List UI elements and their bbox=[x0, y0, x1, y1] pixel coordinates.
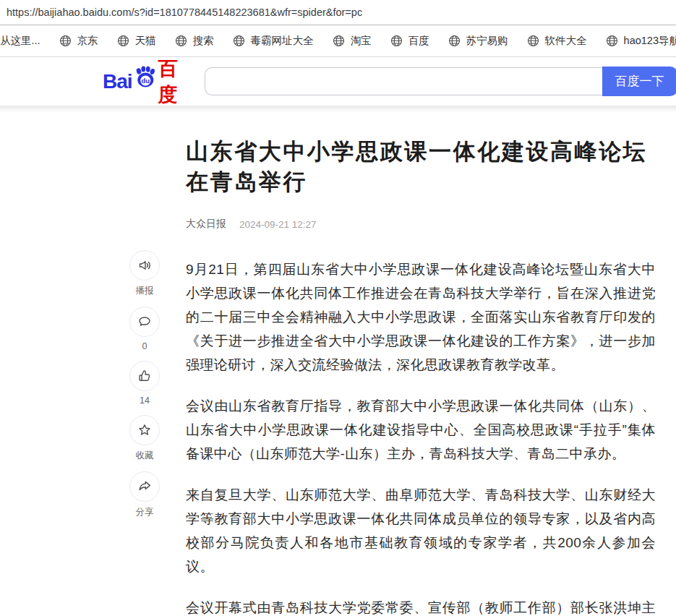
thumbs-up-icon[interactable] bbox=[129, 361, 160, 391]
bookmark-label: 苏宁易购 bbox=[466, 34, 508, 48]
byline: 大众日报 2024-09-21 12:27 bbox=[186, 218, 656, 231]
rail-label: 14 bbox=[140, 395, 150, 406]
rail-item-favorite: 收藏 bbox=[129, 415, 161, 462]
action-rail: 播报 0 14 收藏 分享 bbox=[129, 250, 161, 528]
rail-item-likes: 14 bbox=[129, 361, 161, 406]
article: 山东省大中小学思政课一体化建设高峰论坛在青岛举行 大众日报 2024-09-21… bbox=[186, 137, 656, 616]
bookmark-item[interactable]: 软件大全 bbox=[527, 34, 587, 48]
bookmark-item[interactable]: 搜索 bbox=[175, 34, 214, 48]
baidu-paw-icon: du bbox=[133, 65, 158, 91]
bookmark-label: hao123导航 bbox=[624, 34, 676, 48]
bookmark-label: 淘宝 bbox=[351, 34, 372, 48]
bookmark-label: 软件大全 bbox=[545, 34, 587, 48]
article-source[interactable]: 大众日报 bbox=[186, 218, 226, 231]
bookmark-label: 搜索 bbox=[193, 34, 214, 48]
bookmark-item[interactable]: 京东 bbox=[59, 34, 98, 48]
rail-label: 播报 bbox=[136, 285, 154, 297]
search-bar: 百度一下 bbox=[205, 67, 676, 96]
star-icon[interactable] bbox=[129, 415, 160, 445]
speaker-icon[interactable] bbox=[129, 250, 160, 281]
bookmark-item[interactable]: 天猫 bbox=[117, 34, 156, 48]
globe-icon bbox=[333, 35, 345, 47]
url-bar[interactable]: https://baijiahao.baidu.com/s?id=1810778… bbox=[0, 0, 676, 25]
bookmark-item[interactable]: 百度 bbox=[390, 34, 429, 48]
svg-text:du: du bbox=[141, 77, 150, 85]
share-icon[interactable] bbox=[129, 471, 160, 502]
bookmark-item[interactable]: 苏宁易购 bbox=[448, 34, 508, 48]
page-content: 山东省大中小学思政课一体化建设高峰论坛在青岛举行 大众日报 2024-09-21… bbox=[0, 112, 676, 616]
rail-item-broadcast: 播报 bbox=[129, 250, 161, 297]
url-text[interactable]: https://baijiahao.baidu.com/s?id=1810778… bbox=[7, 7, 362, 18]
bookmarks-bar: 从这里... 京东 天猫 搜索 毒霸网址大全 淘宝 百度 苏宁易购 软件大全 h… bbox=[0, 25, 676, 57]
search-input[interactable] bbox=[205, 67, 602, 95]
globe-icon bbox=[233, 35, 245, 47]
baidu-logo-cn: 百度 bbox=[158, 56, 179, 108]
article-paragraph: 来自复旦大学、山东师范大学、曲阜师范大学、青岛科技大学、山东财经大学等教育部大中… bbox=[186, 483, 656, 578]
rail-label: 分享 bbox=[136, 506, 154, 518]
rail-label: 收藏 bbox=[136, 450, 154, 462]
baidu-logo[interactable]: Bai du 百度 bbox=[103, 56, 179, 108]
article-timestamp: 2024-09-21 12:27 bbox=[239, 219, 317, 230]
bookmark-label: 百度 bbox=[408, 34, 429, 48]
globe-icon bbox=[175, 35, 187, 47]
baidu-logo-bai: Bai bbox=[103, 70, 132, 93]
baidu-header: Bai du 百度 百度一下 bbox=[0, 57, 676, 106]
article-paragraph: 会议开幕式由青岛科技大学党委常委、宣传部（教师工作部）部长张洪坤主持，山东省教育… bbox=[186, 596, 656, 616]
bookmark-label: 京东 bbox=[77, 34, 98, 48]
bookmark-item[interactable]: 淘宝 bbox=[333, 34, 372, 48]
article-paragraph: 9月21日，第四届山东省大中小学思政课一体化建设高峰论坛暨山东省大中小学思政课一… bbox=[186, 257, 656, 377]
rail-label: 0 bbox=[142, 341, 147, 351]
globe-icon bbox=[117, 35, 129, 47]
globe-icon bbox=[527, 35, 539, 47]
bookmark-item[interactable]: hao123导航 bbox=[606, 34, 676, 48]
globe-icon bbox=[448, 35, 461, 47]
globe-icon bbox=[59, 35, 72, 47]
article-title: 山东省大中小学思政课一体化建设高峰论坛在青岛举行 bbox=[186, 137, 656, 197]
globe-icon bbox=[390, 35, 403, 47]
rail-item-share: 分享 bbox=[129, 471, 161, 518]
bookmark-item[interactable]: 毒霸网址大全 bbox=[233, 34, 314, 48]
baidu-search-button[interactable]: 百度一下 bbox=[602, 67, 676, 96]
rail-item-comments: 0 bbox=[129, 307, 161, 351]
bookmark-label: 天猫 bbox=[135, 34, 156, 48]
bookmark-label: 毒霸网址大全 bbox=[251, 34, 314, 48]
header-divider bbox=[0, 106, 676, 112]
bookmark-label: 从这里... bbox=[0, 34, 40, 48]
globe-icon bbox=[606, 35, 618, 47]
article-paragraph: 会议由山东省教育厅指导，教育部大中小学思政课一体化共同体（山东）、山东省大中小学… bbox=[186, 394, 656, 466]
comment-icon[interactable] bbox=[129, 307, 160, 337]
bookmark-item[interactable]: 从这里... bbox=[0, 34, 40, 48]
